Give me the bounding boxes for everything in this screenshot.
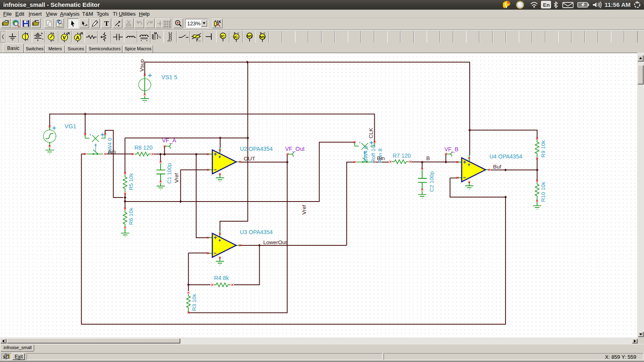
svg-text:U4 OPA4354: U4 OPA4354 bbox=[489, 153, 522, 160]
svg-text:VF_A: VF_A bbox=[162, 137, 177, 144]
svg-text:Vref: Vref bbox=[173, 173, 180, 183]
svg-text:En: En bbox=[543, 2, 550, 8]
svg-text:Bin: Bin bbox=[377, 155, 385, 161]
svg-text:R3 10k: R3 10k bbox=[191, 294, 197, 311]
svg-text:Vref: Vref bbox=[301, 205, 307, 215]
svg-text:Roff 1G: Roff 1G bbox=[370, 144, 376, 163]
svg-text:Buf: Buf bbox=[493, 164, 502, 170]
svg-text:NS: NS bbox=[247, 34, 252, 38]
svg-text:B: B bbox=[426, 155, 430, 161]
svg-text:U2 OPA4354: U2 OPA4354 bbox=[240, 146, 273, 152]
svg-text:1K: 1K bbox=[217, 20, 221, 24]
svg-text:NS: NS bbox=[260, 35, 265, 39]
svg-text:11:56 AM: 11:56 AM bbox=[605, 1, 630, 8]
svg-text:SW4 0: SW4 0 bbox=[363, 146, 369, 162]
svg-text:R4 8k: R4 8k bbox=[214, 275, 229, 281]
svg-text:VF_Out: VF_Out bbox=[285, 146, 304, 152]
svg-text:VG1: VG1 bbox=[65, 123, 76, 130]
svg-text:VF_B: VF_B bbox=[444, 146, 458, 152]
svg-text:R5 10k: R5 10k bbox=[128, 173, 134, 190]
svg-text:LowerOut: LowerOut bbox=[263, 239, 287, 245]
svg-text:CLK: CLK bbox=[368, 128, 374, 138]
svg-text:C2 100p: C2 100p bbox=[429, 171, 435, 192]
svg-text:C1 100p: C1 100p bbox=[166, 163, 172, 183]
svg-text:T: T bbox=[104, 20, 109, 27]
svg-text:R8 120: R8 120 bbox=[134, 144, 153, 151]
svg-text:VS1 5: VS1 5 bbox=[161, 74, 178, 80]
svg-text:R9 10k: R9 10k bbox=[540, 140, 546, 157]
svg-text:T: T bbox=[196, 39, 198, 42]
svg-text:A: A bbox=[76, 35, 80, 41]
svg-text:2: 2 bbox=[160, 36, 161, 39]
svg-text:IC: IC bbox=[234, 35, 238, 39]
svg-text:Ain: Ain bbox=[108, 149, 116, 155]
svg-text:U3 OPA4354: U3 OPA4354 bbox=[240, 229, 273, 235]
svg-text:Vsup: Vsup bbox=[139, 59, 145, 72]
svg-text:OUT: OUT bbox=[244, 156, 256, 162]
svg-text:IC: IC bbox=[221, 34, 225, 38]
svg-text:R7 120: R7 120 bbox=[393, 152, 411, 159]
svg-text:R6 10k: R6 10k bbox=[128, 208, 134, 225]
svg-text:V: V bbox=[63, 35, 66, 41]
svg-text:M: M bbox=[154, 31, 157, 35]
svg-text:R10 10k: R10 10k bbox=[540, 181, 546, 202]
